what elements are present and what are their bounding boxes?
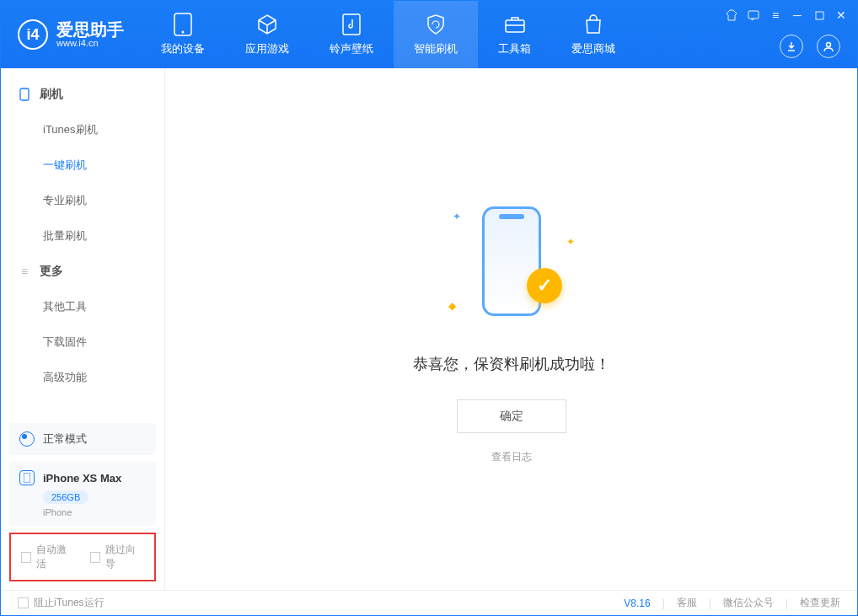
- close-button[interactable]: ✕: [834, 8, 849, 23]
- device-name: iPhone XS Max: [43, 472, 121, 485]
- feedback-icon[interactable]: [746, 8, 761, 23]
- app-header: i4 爱思助手 www.i4.cn 我的设备 应用游戏 铃声壁纸 智能刷机 工具…: [1, 1, 857, 68]
- success-message: 恭喜您，保资料刷机成功啦！: [413, 354, 610, 374]
- user-icon[interactable]: [817, 35, 840, 58]
- sidebar-section-flash: 刷机: [1, 77, 164, 112]
- tab-label: 铃声壁纸: [330, 41, 373, 56]
- sidebar-item-advanced[interactable]: 高级功能: [1, 360, 164, 395]
- flash-options-highlighted: 自动激活 跳过向导: [9, 533, 156, 581]
- shield-sync-icon: [424, 13, 448, 36]
- device-icon: [171, 13, 195, 36]
- sidebar-item-itunes-flash[interactable]: iTunes刷机: [1, 112, 164, 147]
- app-logo-icon: i4: [18, 19, 48, 50]
- header-action-icons: [780, 35, 840, 58]
- svg-rect-4: [748, 11, 759, 19]
- status-indicator-icon: [19, 431, 35, 447]
- device-status-card[interactable]: 正常模式: [9, 423, 156, 455]
- sidebar-section-more: ≡ 更多: [1, 254, 164, 289]
- tab-label: 爱思商城: [571, 41, 615, 56]
- checkbox-stop-itunes[interactable]: 阻止iTunes运行: [18, 596, 105, 610]
- menu-icon[interactable]: ≡: [768, 8, 783, 23]
- svg-rect-7: [20, 88, 29, 100]
- tab-label: 工具箱: [498, 41, 531, 56]
- svg-point-6: [827, 43, 831, 47]
- cube-icon: [255, 13, 279, 36]
- status-bar: 阻止iTunes运行 V8.16 | 客服 | 微信公众号 | 检查更新: [1, 590, 857, 615]
- view-log-link[interactable]: 查看日志: [491, 450, 532, 464]
- sparkle-icon: ✦: [453, 211, 461, 222]
- nav-tabs: 我的设备 应用游戏 铃声壁纸 智能刷机 工具箱 爱思商城: [141, 1, 635, 68]
- checkbox-icon: [21, 552, 31, 563]
- sidebar-item-pro-flash[interactable]: 专业刷机: [1, 183, 164, 218]
- tab-smart-flash[interactable]: 智能刷机: [394, 1, 478, 68]
- svg-rect-3: [506, 20, 524, 32]
- checkbox-icon: [90, 552, 100, 563]
- status-label: 正常模式: [43, 431, 87, 447]
- tshirt-icon[interactable]: [724, 8, 739, 23]
- download-icon[interactable]: [780, 35, 803, 58]
- logo-area: i4 爱思助手 www.i4.cn: [1, 19, 141, 50]
- tab-toolbox[interactable]: 工具箱: [478, 1, 551, 68]
- footer-link-update[interactable]: 检查更新: [800, 596, 840, 610]
- checkbox-icon: [18, 597, 29, 608]
- music-file-icon: [340, 13, 363, 36]
- app-url: www.i4.cn: [56, 38, 124, 48]
- svg-point-1: [182, 31, 185, 34]
- device-storage-badge: 256GB: [43, 490, 88, 504]
- tab-label: 应用游戏: [245, 41, 289, 56]
- tab-label: 智能刷机: [414, 41, 458, 56]
- checkbox-skip-wizard[interactable]: 跳过向导: [90, 543, 144, 571]
- tab-label: 我的设备: [161, 41, 205, 56]
- tab-my-device[interactable]: 我的设备: [141, 1, 225, 68]
- svg-rect-2: [343, 14, 360, 35]
- device-phone-icon: [19, 470, 35, 485]
- toolbox-icon: [503, 13, 527, 36]
- svg-rect-5: [816, 12, 823, 19]
- device-info-card[interactable]: iPhone XS Max 256GB iPhone: [9, 462, 156, 526]
- sidebar-item-batch-flash[interactable]: 批量刷机: [1, 218, 164, 254]
- main-content: ✦ ✦ ◆ ✓ 恭喜您，保资料刷机成功啦！ 确定 查看日志: [165, 68, 857, 590]
- app-title: 爱思助手: [56, 21, 124, 38]
- window-controls: ≡ ─ ✕: [724, 8, 849, 23]
- ok-button[interactable]: 确定: [457, 399, 566, 433]
- sparkle-icon: ✦: [566, 236, 575, 248]
- maximize-button[interactable]: [812, 8, 827, 23]
- sparkle-icon: ◆: [448, 300, 456, 312]
- svg-rect-8: [24, 473, 30, 483]
- checkbox-auto-activate[interactable]: 自动激活: [21, 543, 75, 571]
- phone-illustration-icon: [482, 206, 541, 316]
- sidebar-item-download-firmware[interactable]: 下载固件: [1, 324, 164, 360]
- device-type: iPhone: [43, 507, 146, 517]
- version-label: V8.16: [624, 597, 650, 609]
- minimize-button[interactable]: ─: [790, 8, 805, 23]
- list-icon: ≡: [18, 265, 31, 278]
- phone-icon: [18, 88, 31, 101]
- footer-link-support[interactable]: 客服: [677, 596, 697, 610]
- sidebar-item-other-tools[interactable]: 其他工具: [1, 289, 164, 324]
- sidebar: 刷机 iTunes刷机 一键刷机 专业刷机 批量刷机 ≡ 更多 其他工具 下载固…: [1, 68, 165, 590]
- tab-store[interactable]: 爱思商城: [551, 1, 635, 68]
- tab-ringtone-wallpaper[interactable]: 铃声壁纸: [309, 1, 394, 68]
- sidebar-item-oneclick-flash[interactable]: 一键刷机: [1, 147, 164, 183]
- shopping-bag-icon: [582, 13, 605, 36]
- success-illustration: ✦ ✦ ◆ ✓: [444, 194, 579, 329]
- checkmark-badge-icon: ✓: [527, 268, 562, 303]
- tab-apps-games[interactable]: 应用游戏: [225, 1, 309, 68]
- footer-link-wechat[interactable]: 微信公众号: [723, 596, 774, 610]
